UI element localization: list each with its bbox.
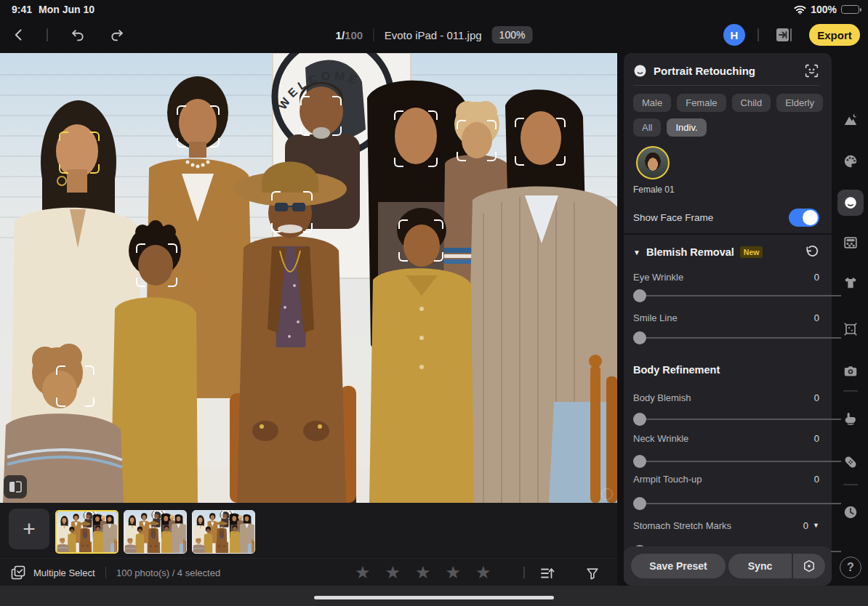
face-frame[interactable]	[300, 96, 342, 136]
slider-value-dropdown[interactable]: 0▼	[803, 520, 819, 531]
face-frame[interactable]	[457, 120, 497, 161]
face-frame[interactable]	[271, 191, 313, 233]
wifi-icon	[794, 5, 806, 15]
filename: Evoto iPad - 011.jpg	[385, 29, 482, 41]
thumbnail-3[interactable]	[192, 510, 255, 554]
thumbnail-1[interactable]	[55, 510, 118, 554]
face-frame[interactable]	[398, 219, 443, 262]
home-indicator[interactable]	[314, 596, 554, 599]
portrait-retouch-icon[interactable]	[843, 195, 859, 211]
help-button[interactable]: ?	[840, 557, 861, 578]
slider-thumb[interactable]	[633, 331, 646, 344]
slider-track[interactable]	[633, 503, 841, 504]
slider-value: 0	[814, 312, 819, 323]
slider-track[interactable]	[633, 337, 841, 339]
portrait-retouching-panel: Portrait Retouching Male Female Child El…	[624, 53, 832, 586]
sync-button[interactable]: Sync	[728, 560, 792, 572]
scope-tabs: All Indiv.	[633, 118, 819, 137]
face-frame[interactable]	[59, 132, 100, 174]
export-button[interactable]: Export	[809, 24, 860, 46]
clock: 9:41	[12, 4, 32, 15]
star-icon[interactable]: ★	[385, 564, 401, 581]
tab-child[interactable]: Child	[732, 94, 771, 112]
history-icon[interactable]	[843, 504, 859, 520]
undo-button[interactable]	[68, 25, 88, 45]
slider-value: 0	[814, 433, 819, 444]
photo-count: 100 photo(s) / 4 selected	[116, 567, 220, 578]
slider-thumb[interactable]	[633, 289, 646, 302]
account-avatar[interactable]: H	[723, 24, 745, 46]
add-photos-button[interactable]: +	[9, 509, 49, 549]
show-face-frame-toggle[interactable]	[789, 209, 819, 227]
photo-canvas[interactable]: WELCOME	[0, 53, 617, 503]
camera-icon[interactable]	[843, 363, 859, 379]
panel-footer: Save Preset Sync	[624, 546, 832, 586]
back-button[interactable]	[9, 25, 29, 45]
face-scan-icon[interactable]	[804, 63, 819, 78]
star-rating: ★★★★★	[355, 559, 491, 586]
watermark-icon	[601, 488, 613, 500]
face-frame[interactable]	[136, 243, 177, 287]
date: Mon Jun 10	[39, 4, 95, 15]
star-icon[interactable]: ★	[475, 564, 491, 581]
slider-label: Stomach Stretch Marks	[633, 520, 731, 531]
slider-track[interactable]	[633, 295, 841, 296]
multiple-select-icon[interactable]	[10, 565, 26, 581]
toolbar-divider	[47, 28, 48, 41]
clothing-icon[interactable]	[843, 275, 859, 291]
filter-icon[interactable]	[583, 564, 602, 583]
star-icon[interactable]: ★	[355, 564, 371, 581]
face-frame[interactable]	[515, 118, 566, 166]
sync-settings-button[interactable]	[793, 559, 826, 573]
sort-icon[interactable]	[538, 564, 557, 583]
manual-retouch-icon[interactable]	[843, 410, 859, 426]
face-frame[interactable]	[177, 105, 220, 148]
slider-thumb[interactable]	[633, 455, 646, 468]
slider-value: 0	[814, 392, 819, 403]
star-icon[interactable]: ★	[415, 564, 431, 581]
filmstrip: +	[0, 503, 617, 558]
evoto-app: 9:41 Mon Jun 10 100% 1/100 Evoto	[0, 0, 868, 606]
tools-rail	[833, 51, 868, 567]
face-thumbnail-female-01[interactable]	[636, 146, 670, 179]
dock-strip	[0, 586, 868, 606]
slider-label: Body Blemish	[633, 392, 691, 403]
thumbnail-2[interactable]	[124, 510, 187, 554]
top-toolbar: 1/100 Evoto iPad - 011.jpg 100% H Export	[0, 19, 868, 51]
tab-all[interactable]: All	[633, 118, 661, 137]
tab-elderly[interactable]: Elderly	[776, 94, 823, 112]
status-bar: 9:41 Mon Jun 10 100%	[0, 0, 868, 19]
face-frame[interactable]	[56, 365, 95, 407]
zoom-level-badge[interactable]: 100%	[492, 26, 533, 44]
ai-photo-icon[interactable]	[843, 112, 859, 128]
color-palette-icon[interactable]	[843, 153, 859, 169]
export-panel-icon[interactable]	[773, 25, 794, 45]
face-frame-layer	[0, 53, 617, 503]
dropdown-caret-icon: ▼	[813, 522, 819, 529]
tab-female[interactable]: Female	[677, 94, 726, 112]
slider-value: 0	[814, 474, 819, 485]
slider-thumb[interactable]	[633, 497, 646, 510]
tab-individual[interactable]: Indiv.	[667, 118, 706, 137]
collapse-chevron-icon[interactable]: ▼	[633, 249, 640, 256]
slider-label: Smile Line	[633, 312, 678, 323]
slider-thumb[interactable]	[633, 413, 646, 426]
save-preset-button[interactable]: Save Preset	[631, 554, 726, 578]
background-icon[interactable]	[843, 235, 859, 251]
slider-track[interactable]	[633, 419, 841, 420]
tab-male[interactable]: Male	[633, 94, 671, 112]
crop-icon[interactable]	[843, 321, 859, 337]
blemish-removal-title: Blemish Removal	[646, 246, 734, 258]
redo-button[interactable]	[107, 25, 127, 45]
face-frame[interactable]	[394, 110, 438, 167]
multiple-select-label[interactable]: Multiple Select	[33, 567, 95, 578]
category-tabs: Male Female Child Elderly	[633, 94, 819, 112]
reset-icon[interactable]	[805, 245, 819, 259]
compare-before-after-button[interactable]	[4, 475, 27, 498]
slider-label: Neck Wrinkle	[633, 433, 688, 444]
face-name-label: Female 01	[633, 185, 819, 195]
slider-label: Eye Wrinkle	[633, 272, 683, 283]
healing-icon[interactable]	[843, 454, 859, 470]
star-icon[interactable]: ★	[446, 564, 462, 581]
slider-track[interactable]	[633, 461, 841, 462]
